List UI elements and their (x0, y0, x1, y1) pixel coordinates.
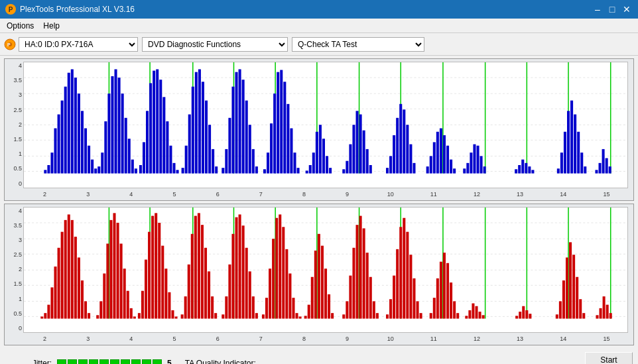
svg-rect-182 (99, 301, 102, 318)
svg-rect-47 (162, 97, 165, 173)
svg-rect-259 (359, 215, 362, 318)
svg-rect-13 (54, 128, 57, 173)
svg-rect-196 (145, 259, 147, 318)
svg-rect-270 (399, 227, 402, 318)
maximize-button[interactable]: □ (606, 3, 618, 15)
svg-rect-68 (231, 87, 234, 174)
svg-rect-123 (443, 135, 446, 174)
svg-rect-167 (47, 304, 50, 318)
svg-rect-247 (314, 250, 317, 318)
drive-icon: P (4, 38, 16, 50)
svg-rect-42 (146, 111, 149, 173)
svg-rect-145 (564, 132, 566, 174)
svg-rect-296 (519, 312, 521, 318)
svg-rect-156 (606, 158, 608, 174)
top-chart-y-axis: 4 3.5 3 2.5 2 1.5 1 0.5 0 (5, 62, 23, 188)
menu-options[interactable]: Options (3, 21, 38, 31)
minimize-button[interactable]: – (592, 3, 604, 15)
close-button[interactable]: ✕ (621, 3, 633, 15)
window-controls[interactable]: – □ ✕ (592, 3, 633, 15)
svg-rect-192 (133, 316, 136, 318)
svg-rect-204 (171, 310, 174, 318)
svg-rect-240 (292, 298, 294, 318)
svg-rect-78 (267, 152, 269, 173)
svg-rect-137 (518, 165, 521, 174)
svg-rect-238 (285, 249, 288, 318)
svg-rect-202 (164, 269, 167, 318)
svg-rect-228 (252, 296, 255, 319)
svg-rect-93 (319, 125, 322, 173)
svg-rect-75 (255, 166, 258, 173)
svg-rect-125 (450, 160, 452, 174)
svg-rect-27 (97, 166, 100, 173)
svg-rect-83 (283, 82, 286, 173)
svg-rect-304 (566, 257, 568, 318)
svg-rect-15 (61, 101, 64, 174)
svg-rect-210 (191, 233, 194, 318)
svg-rect-298 (525, 310, 528, 318)
svg-rect-168 (50, 287, 53, 318)
svg-rect-174 (71, 219, 74, 318)
action-buttons-section: Start i (585, 352, 633, 364)
svg-rect-234 (272, 239, 275, 318)
svg-rect-223 (235, 217, 238, 318)
svg-rect-263 (373, 301, 375, 318)
top-chart-x-axis: 2 3 4 5 6 7 8 9 10 11 12 13 14 15 (23, 188, 628, 200)
svg-rect-131 (473, 145, 476, 174)
svg-rect-248 (318, 233, 320, 318)
svg-rect-82 (280, 70, 283, 174)
svg-rect-200 (158, 223, 160, 319)
svg-rect-261 (366, 253, 369, 318)
menu-help[interactable]: Help (39, 21, 64, 31)
test-select[interactable]: Q-Check TA Test (292, 37, 424, 52)
svg-rect-309 (582, 313, 585, 318)
svg-rect-286 (456, 313, 459, 318)
svg-rect-242 (299, 316, 302, 318)
bottom-chart-area (23, 207, 628, 334)
start-button[interactable]: Start (585, 352, 633, 364)
svg-rect-188 (120, 243, 123, 318)
svg-rect-120 (433, 142, 436, 173)
jitter-bar-6 (110, 359, 119, 364)
svg-rect-144 (560, 152, 563, 173)
svg-rect-149 (577, 132, 580, 174)
svg-rect-249 (321, 245, 324, 318)
svg-rect-274 (413, 278, 415, 318)
svg-rect-77 (263, 169, 266, 173)
svg-rect-273 (409, 255, 412, 318)
svg-rect-179 (88, 313, 90, 318)
svg-rect-308 (579, 299, 582, 318)
svg-rect-106 (369, 165, 372, 174)
svg-rect-195 (141, 290, 144, 318)
svg-rect-268 (393, 275, 395, 318)
svg-rect-155 (602, 149, 605, 174)
svg-rect-103 (359, 115, 362, 174)
svg-rect-292 (479, 312, 481, 318)
svg-rect-297 (522, 306, 525, 318)
title-bar-title: PlexTools Professional XL V3.16 (20, 5, 135, 14)
svg-rect-201 (161, 245, 164, 318)
svg-rect-178 (84, 301, 87, 318)
svg-rect-29 (104, 121, 107, 174)
drive-selector-group: P HA:0 ID:0 PX-716A (4, 37, 138, 52)
svg-rect-205 (175, 316, 178, 318)
svg-rect-291 (475, 306, 478, 318)
svg-rect-211 (194, 215, 197, 318)
function-select[interactable]: DVD Diagnostic Functions (142, 37, 288, 52)
svg-rect-260 (363, 228, 365, 318)
svg-rect-264 (376, 313, 379, 318)
svg-rect-177 (81, 280, 84, 318)
svg-rect-33 (118, 78, 121, 174)
svg-rect-121 (436, 132, 439, 174)
svg-rect-281 (440, 261, 442, 318)
svg-rect-276 (420, 313, 422, 318)
svg-rect-112 (399, 104, 402, 174)
svg-rect-80 (273, 93, 276, 173)
svg-rect-91 (312, 152, 315, 173)
svg-rect-272 (406, 231, 409, 318)
svg-rect-220 (225, 296, 227, 319)
svg-rect-100 (349, 145, 351, 174)
svg-rect-288 (465, 316, 468, 318)
svg-rect-219 (222, 314, 224, 318)
drive-select[interactable]: HA:0 ID:0 PX-716A (19, 37, 138, 52)
